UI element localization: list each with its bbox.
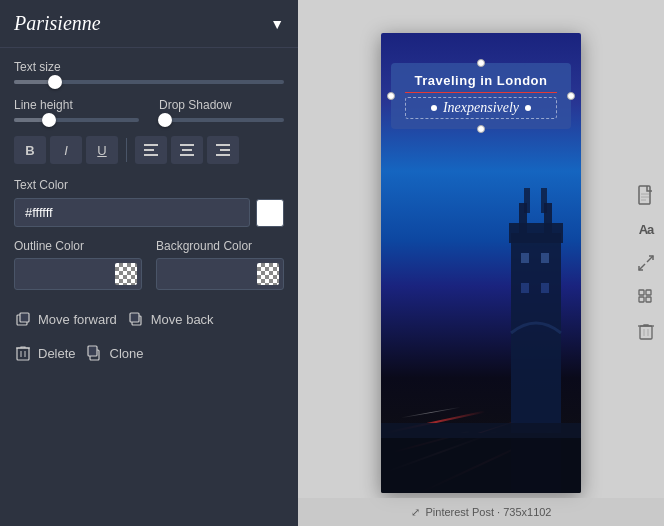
line-height-track[interactable] bbox=[14, 118, 139, 122]
outline-color-input[interactable] bbox=[14, 258, 142, 290]
svg-rect-3 bbox=[180, 144, 194, 146]
svg-rect-40 bbox=[646, 297, 651, 302]
drop-shadow-label: Drop Shadow bbox=[159, 98, 284, 112]
bottom-bar: ⤢ Pinterest Post · 735x1102 bbox=[298, 498, 664, 526]
move-back-label: Move back bbox=[151, 312, 214, 327]
ctrl-point-left[interactable] bbox=[387, 92, 395, 100]
drop-shadow-thumb[interactable] bbox=[158, 113, 172, 127]
canvas-area[interactable]: Traveling in London Inexpensively bbox=[298, 0, 664, 526]
text-size-track[interactable] bbox=[14, 80, 284, 84]
line-height-control: Line height bbox=[14, 98, 139, 122]
svg-rect-37 bbox=[639, 290, 644, 295]
dot-right bbox=[525, 105, 531, 111]
drop-shadow-control: Drop Shadow bbox=[159, 98, 284, 122]
svg-rect-29 bbox=[381, 433, 581, 493]
text-size-thumb[interactable] bbox=[48, 75, 62, 89]
svg-rect-6 bbox=[216, 144, 230, 146]
text-color-section: Text Color bbox=[14, 178, 284, 227]
svg-rect-5 bbox=[180, 154, 194, 156]
text-overlay-box[interactable]: Traveling in London Inexpensively bbox=[391, 63, 571, 129]
svg-rect-1 bbox=[144, 149, 154, 151]
outline-color-field: Outline Color bbox=[14, 239, 142, 290]
bold-button[interactable]: B bbox=[14, 136, 46, 164]
ctrl-point-top[interactable] bbox=[477, 59, 485, 67]
svg-rect-7 bbox=[220, 149, 230, 151]
align-left-button[interactable] bbox=[135, 136, 167, 164]
svg-rect-27 bbox=[521, 283, 529, 293]
svg-rect-18 bbox=[88, 346, 97, 356]
background-color-input[interactable] bbox=[156, 258, 284, 290]
svg-rect-10 bbox=[20, 313, 29, 322]
svg-rect-20 bbox=[509, 223, 563, 243]
svg-rect-31 bbox=[639, 186, 650, 204]
canvas-area-wrapper: Traveling in London Inexpensively bbox=[298, 0, 664, 526]
svg-rect-30 bbox=[381, 423, 581, 438]
outline-bg-color-row: Outline Color Background Color bbox=[14, 239, 284, 290]
overlay-title: Traveling in London bbox=[405, 73, 557, 88]
delete-icon bbox=[14, 344, 32, 362]
chevron-down-icon[interactable]: ▼ bbox=[270, 16, 284, 32]
font-icon-label: Aa bbox=[639, 222, 654, 237]
clone-icon bbox=[86, 344, 104, 362]
bridge-svg bbox=[381, 173, 581, 493]
overlay-subtitle: Inexpensively bbox=[443, 100, 519, 116]
svg-rect-4 bbox=[182, 149, 192, 151]
svg-rect-38 bbox=[646, 290, 651, 295]
text-size-label: Text size bbox=[14, 60, 284, 74]
underline-button[interactable]: U bbox=[86, 136, 118, 164]
text-color-input-row bbox=[14, 198, 284, 227]
delete-button[interactable]: Delete bbox=[14, 340, 76, 366]
ctrl-point-bottom[interactable] bbox=[477, 125, 485, 133]
move-forward-button[interactable]: Move forward bbox=[14, 306, 117, 332]
line-height-label: Line height bbox=[14, 98, 139, 112]
svg-rect-28 bbox=[541, 283, 549, 293]
move-forward-label: Move forward bbox=[38, 312, 117, 327]
svg-rect-25 bbox=[521, 253, 529, 263]
ctrl-point-right[interactable] bbox=[567, 92, 575, 100]
line-height-thumb[interactable] bbox=[42, 113, 56, 127]
svg-rect-26 bbox=[541, 253, 549, 263]
dot-left bbox=[431, 105, 437, 111]
svg-rect-39 bbox=[639, 297, 644, 302]
line-height-drop-shadow-row: Line height Drop Shadow bbox=[14, 98, 284, 122]
move-back-button[interactable]: Move back bbox=[127, 306, 214, 332]
background-color-label: Background Color bbox=[156, 239, 284, 253]
outline-color-label: Outline Color bbox=[14, 239, 142, 253]
align-center-button[interactable] bbox=[171, 136, 203, 164]
background-checker-icon bbox=[257, 263, 279, 285]
grid-icon[interactable] bbox=[634, 285, 658, 309]
delete-label: Delete bbox=[38, 346, 76, 361]
svg-rect-12 bbox=[130, 313, 139, 322]
font-size-icon[interactable]: Aa bbox=[634, 217, 658, 241]
font-name: Parisienne bbox=[14, 12, 101, 35]
red-divider bbox=[405, 92, 557, 93]
svg-line-35 bbox=[639, 264, 645, 270]
action-row-1: Move forward Move back bbox=[14, 306, 284, 332]
clone-button[interactable]: Clone bbox=[86, 340, 144, 366]
format-separator bbox=[126, 138, 127, 162]
panel-body: Text size Line height Drop Shadow bbox=[0, 48, 298, 526]
align-left-icon bbox=[144, 144, 158, 156]
resize-icon[interactable] bbox=[634, 251, 658, 275]
italic-button[interactable]: I bbox=[50, 136, 82, 164]
resize-arrow-icon: ⤢ bbox=[411, 506, 420, 519]
move-back-icon bbox=[127, 310, 145, 328]
svg-rect-13 bbox=[17, 348, 29, 360]
format-buttons-row: B I U bbox=[14, 136, 284, 164]
font-header[interactable]: Parisienne ▼ bbox=[0, 0, 298, 48]
align-center-icon bbox=[180, 144, 194, 156]
text-color-swatch[interactable] bbox=[256, 199, 284, 227]
text-color-input[interactable] bbox=[14, 198, 250, 227]
svg-rect-0 bbox=[144, 144, 158, 146]
text-size-control: Text size bbox=[14, 60, 284, 84]
align-right-icon bbox=[216, 144, 230, 156]
action-row-2: Delete Clone bbox=[14, 340, 284, 366]
move-forward-icon bbox=[14, 310, 32, 328]
canvas-image[interactable]: Traveling in London Inexpensively bbox=[381, 33, 581, 493]
trash-icon[interactable] bbox=[634, 319, 658, 343]
align-right-button[interactable] bbox=[207, 136, 239, 164]
svg-rect-8 bbox=[216, 154, 230, 156]
file-icon[interactable] bbox=[634, 183, 658, 207]
clone-label: Clone bbox=[110, 346, 144, 361]
drop-shadow-track[interactable] bbox=[159, 118, 284, 122]
